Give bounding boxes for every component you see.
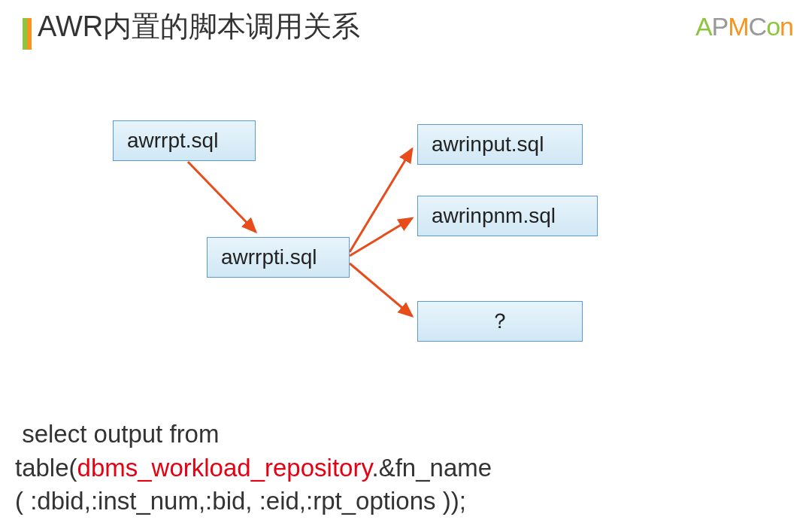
title-wrap: AWR内置的脚本调用关系 bbox=[23, 8, 360, 46]
logo-letter-p: P bbox=[712, 12, 729, 41]
code-line-3: ( :dbid,:inst_num,:bid, :eid,:rpt_option… bbox=[15, 485, 492, 518]
diagram-area: awrrpt.sql awrrpti.sql awrinput.sql awri… bbox=[0, 105, 812, 361]
node-question: ？ bbox=[417, 301, 583, 342]
node-awrinpnm: awrinpnm.sql bbox=[417, 196, 598, 236]
arrow-awrrpti-question bbox=[350, 263, 412, 316]
code-highlight: dbms_workload_repository bbox=[77, 454, 372, 482]
accent-bar-orange bbox=[27, 18, 32, 50]
logo-letter-o: o bbox=[766, 12, 780, 41]
code-line-1: select output from bbox=[15, 418, 492, 452]
arrow-awrrpti-awrinpnm bbox=[350, 218, 412, 256]
page-title: AWR内置的脚本调用关系 bbox=[38, 8, 360, 46]
arrow-awrrpt-awrrpti bbox=[188, 162, 256, 232]
code-line-2c: .&fn_name bbox=[371, 454, 492, 482]
apmcon-logo: APMCon bbox=[695, 12, 793, 41]
node-awrrpti: awrrpti.sql bbox=[207, 237, 350, 278]
node-awrrpt: awrrpt.sql bbox=[113, 120, 256, 161]
logo-letter-m: M bbox=[728, 12, 748, 41]
logo-letter-c: C bbox=[749, 12, 767, 41]
logo-letter-a: A bbox=[695, 12, 712, 41]
logo-letter-n: n bbox=[780, 12, 793, 41]
code-line-2: table(dbms_workload_repository.&fn_name bbox=[15, 452, 492, 485]
arrow-awrrpti-awrinput bbox=[350, 149, 412, 252]
header: AWR内置的脚本调用关系 APMCon bbox=[0, 8, 812, 46]
code-line-2a: table( bbox=[15, 454, 77, 482]
sql-code: select output from table(dbms_workload_r… bbox=[15, 418, 492, 518]
node-awrinput: awrinput.sql bbox=[417, 124, 583, 165]
